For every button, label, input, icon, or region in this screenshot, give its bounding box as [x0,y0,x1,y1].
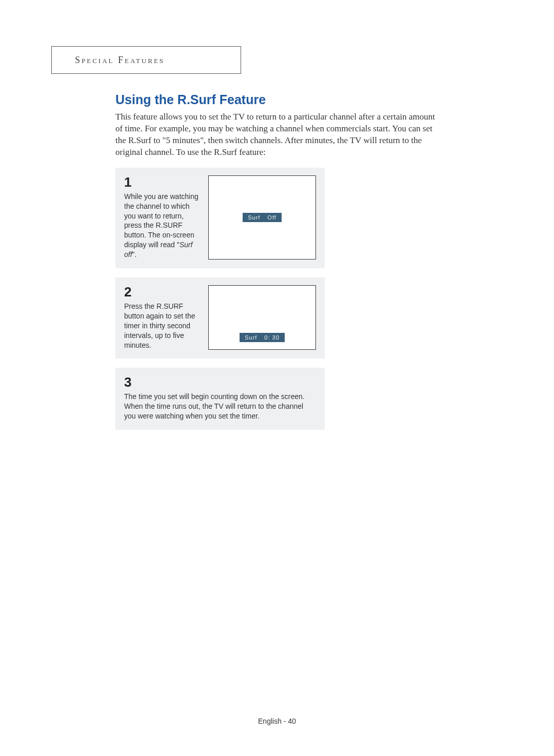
osd-label-text: Surf [248,214,260,221]
page-footer: English - 40 [0,717,554,725]
step-row: 2 Press the R.SURF button again to set t… [124,285,316,350]
osd-value-text: Off [267,214,276,221]
osd-box-1: SurfOff [208,175,316,260]
intro-paragraph: This feature allows you to set the TV to… [115,111,444,158]
osd-label-text: Surf [245,334,257,341]
step-text-post: . [135,250,137,258]
manual-page: Special Features Using the R.Surf Featur… [0,0,554,756]
steps-list: 1 While you are watching the channel to … [115,168,325,430]
page-title: Using the R.Surf Feature [115,92,444,107]
osd-label: SurfOff [243,213,282,222]
osd-value-text: 0: 30 [264,334,279,341]
step-3: 3 The time you set will begin counting d… [115,368,325,430]
step-text: The time you set will begin counting dow… [124,392,316,421]
step-number: 1 [124,175,203,189]
osd-box-2: Surf0: 30 [208,285,316,350]
step-1: 1 While you are watching the channel to … [115,168,325,268]
content-area: Using the R.Surf Feature This feature al… [115,87,444,430]
osd-label: Surf0: 30 [240,333,285,342]
step-text: 1 While you are watching the channel to … [124,175,203,260]
step-number: 3 [124,375,316,389]
step-number: 2 [124,285,203,299]
step-text-body: Press the R.SURF button again to set the… [124,302,195,349]
step-row: 1 While you are watching the channel to … [124,175,316,260]
step-2: 2 Press the R.SURF button again to set t… [115,277,325,359]
step-text: 2 Press the R.SURF button again to set t… [124,285,203,350]
section-header-box: Special Features [51,46,241,74]
section-header: Special Features [75,55,165,66]
